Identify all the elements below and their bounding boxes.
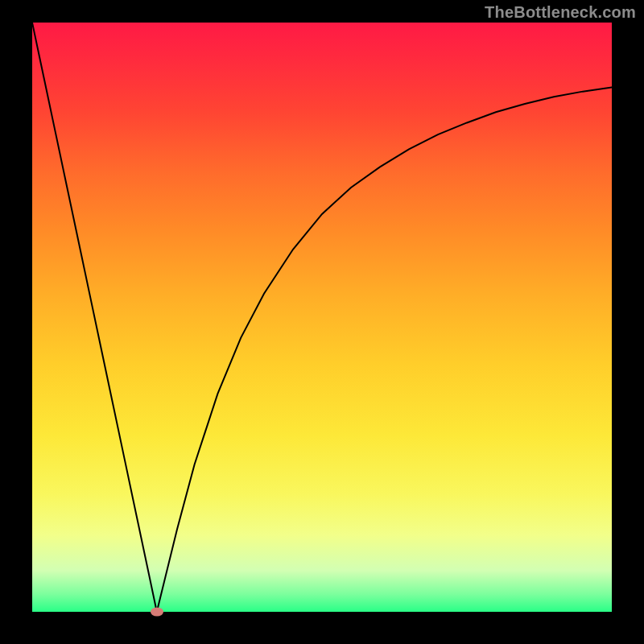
- optimal-point-marker: [151, 608, 163, 617]
- chart-frame: TheBottleneck.com: [0, 0, 644, 644]
- bottleneck-curve: [32, 23, 612, 612]
- curve-layer: [32, 23, 612, 612]
- plot-area: [32, 23, 612, 612]
- watermark-text: TheBottleneck.com: [485, 3, 636, 22]
